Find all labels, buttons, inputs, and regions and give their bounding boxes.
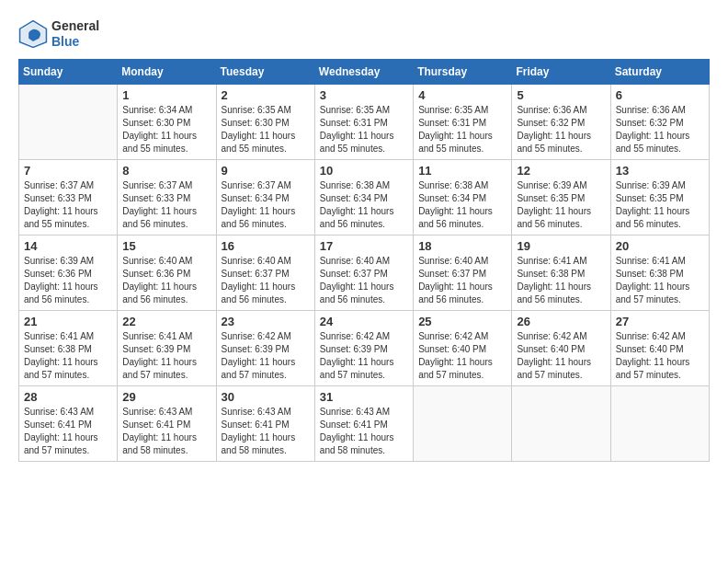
weekday-header-row: SundayMondayTuesdayWednesdayThursdayFrid… — [19, 59, 710, 84]
day-number: 29 — [122, 390, 210, 404]
calendar-cell: 21Sunrise: 6:41 AM Sunset: 6:38 PM Dayli… — [19, 310, 118, 385]
day-number: 11 — [418, 164, 506, 178]
calendar-cell: 8Sunrise: 6:37 AM Sunset: 6:33 PM Daylig… — [118, 159, 216, 235]
calendar-cell: 14Sunrise: 6:39 AM Sunset: 6:36 PM Dayli… — [19, 235, 118, 310]
calendar-cell: 5Sunrise: 6:36 AM Sunset: 6:32 PM Daylig… — [512, 84, 610, 159]
calendar-cell: 19Sunrise: 6:41 AM Sunset: 6:38 PM Dayli… — [512, 235, 610, 310]
day-info: Sunrise: 6:34 AM Sunset: 6:30 PM Dayligh… — [122, 104, 210, 155]
day-info: Sunrise: 6:35 AM Sunset: 6:31 PM Dayligh… — [320, 104, 408, 155]
calendar-week-row: 21Sunrise: 6:41 AM Sunset: 6:38 PM Dayli… — [19, 310, 710, 385]
day-info: Sunrise: 6:42 AM Sunset: 6:40 PM Dayligh… — [418, 330, 506, 382]
day-info: Sunrise: 6:39 AM Sunset: 6:35 PM Dayligh… — [616, 179, 704, 231]
day-number: 21 — [24, 315, 112, 328]
calendar-cell: 9Sunrise: 6:37 AM Sunset: 6:34 PM Daylig… — [216, 159, 314, 235]
calendar-cell: 4Sunrise: 6:35 AM Sunset: 6:31 PM Daylig… — [414, 84, 512, 159]
calendar-cell: 15Sunrise: 6:40 AM Sunset: 6:36 PM Dayli… — [118, 235, 216, 310]
day-number: 3 — [320, 88, 408, 102]
day-number: 25 — [418, 315, 506, 328]
day-number: 16 — [222, 239, 310, 253]
day-number: 23 — [222, 315, 310, 328]
calendar-cell: 29Sunrise: 6:43 AM Sunset: 6:41 PM Dayli… — [118, 385, 216, 461]
day-info: Sunrise: 6:43 AM Sunset: 6:41 PM Dayligh… — [122, 406, 210, 457]
day-number: 6 — [616, 88, 704, 102]
calendar-cell: 10Sunrise: 6:38 AM Sunset: 6:34 PM Dayli… — [314, 159, 413, 235]
day-info: Sunrise: 6:42 AM Sunset: 6:39 PM Dayligh… — [320, 330, 408, 382]
weekday-header-tuesday: Tuesday — [216, 59, 314, 84]
calendar-week-row: 7Sunrise: 6:37 AM Sunset: 6:33 PM Daylig… — [19, 159, 710, 235]
calendar-body: 1Sunrise: 6:34 AM Sunset: 6:30 PM Daylig… — [19, 84, 710, 461]
day-number: 22 — [122, 315, 210, 328]
calendar-cell: 27Sunrise: 6:42 AM Sunset: 6:40 PM Dayli… — [610, 310, 709, 385]
day-info: Sunrise: 6:42 AM Sunset: 6:40 PM Dayligh… — [616, 330, 704, 382]
day-info: Sunrise: 6:41 AM Sunset: 6:38 PM Dayligh… — [616, 255, 704, 306]
calendar-table: SundayMondayTuesdayWednesdayThursdayFrid… — [18, 59, 710, 462]
day-number: 19 — [517, 239, 605, 253]
day-info: Sunrise: 6:41 AM Sunset: 6:38 PM Dayligh… — [517, 255, 605, 306]
calendar-week-row: 14Sunrise: 6:39 AM Sunset: 6:36 PM Dayli… — [19, 235, 710, 310]
calendar-cell: 18Sunrise: 6:40 AM Sunset: 6:37 PM Dayli… — [414, 235, 512, 310]
calendar-cell: 23Sunrise: 6:42 AM Sunset: 6:39 PM Dayli… — [216, 310, 314, 385]
day-number: 5 — [517, 88, 605, 102]
weekday-header-wednesday: Wednesday — [314, 59, 413, 84]
weekday-header-sunday: Sunday — [19, 59, 118, 84]
weekday-header-friday: Friday — [512, 59, 610, 84]
day-number: 15 — [122, 239, 210, 253]
day-info: Sunrise: 6:43 AM Sunset: 6:41 PM Dayligh… — [24, 406, 112, 457]
day-number: 13 — [616, 164, 704, 178]
day-info: Sunrise: 6:35 AM Sunset: 6:31 PM Dayligh… — [418, 104, 506, 155]
day-number: 27 — [616, 315, 704, 328]
day-info: Sunrise: 6:39 AM Sunset: 6:35 PM Dayligh… — [517, 179, 605, 231]
day-number: 24 — [320, 315, 408, 328]
calendar-cell: 3Sunrise: 6:35 AM Sunset: 6:31 PM Daylig… — [314, 84, 413, 159]
calendar-cell — [610, 385, 709, 461]
calendar-week-row: 1Sunrise: 6:34 AM Sunset: 6:30 PM Daylig… — [19, 84, 710, 159]
day-info: Sunrise: 6:40 AM Sunset: 6:36 PM Dayligh… — [122, 255, 210, 306]
day-number: 9 — [222, 164, 310, 178]
calendar-cell: 25Sunrise: 6:42 AM Sunset: 6:40 PM Dayli… — [414, 310, 512, 385]
day-info: Sunrise: 6:36 AM Sunset: 6:32 PM Dayligh… — [517, 104, 605, 155]
page-header: General Blue — [18, 18, 710, 50]
calendar-cell: 6Sunrise: 6:36 AM Sunset: 6:32 PM Daylig… — [610, 84, 709, 159]
day-number: 14 — [24, 239, 112, 253]
logo-line1: General — [51, 18, 99, 34]
weekday-header-thursday: Thursday — [414, 59, 512, 84]
logo: General Blue — [18, 18, 99, 50]
day-info: Sunrise: 6:40 AM Sunset: 6:37 PM Dayligh… — [320, 255, 408, 306]
day-info: Sunrise: 6:35 AM Sunset: 6:30 PM Dayligh… — [222, 104, 310, 155]
calendar-cell: 11Sunrise: 6:38 AM Sunset: 6:34 PM Dayli… — [414, 159, 512, 235]
logo-icon — [18, 19, 48, 49]
logo-line2: Blue — [51, 34, 99, 50]
day-number: 28 — [24, 390, 112, 404]
day-info: Sunrise: 6:43 AM Sunset: 6:41 PM Dayligh… — [320, 406, 408, 457]
day-number: 10 — [320, 164, 408, 178]
calendar-header: SundayMondayTuesdayWednesdayThursdayFrid… — [19, 59, 710, 84]
calendar-cell: 31Sunrise: 6:43 AM Sunset: 6:41 PM Dayli… — [314, 385, 413, 461]
calendar-cell: 12Sunrise: 6:39 AM Sunset: 6:35 PM Dayli… — [512, 159, 610, 235]
calendar-cell: 13Sunrise: 6:39 AM Sunset: 6:35 PM Dayli… — [610, 159, 709, 235]
day-number: 20 — [616, 239, 704, 253]
day-info: Sunrise: 6:38 AM Sunset: 6:34 PM Dayligh… — [320, 179, 408, 231]
day-info: Sunrise: 6:42 AM Sunset: 6:40 PM Dayligh… — [517, 330, 605, 382]
day-number: 26 — [517, 315, 605, 328]
calendar-cell — [414, 385, 512, 461]
day-info: Sunrise: 6:37 AM Sunset: 6:34 PM Dayligh… — [222, 179, 310, 231]
calendar-cell: 1Sunrise: 6:34 AM Sunset: 6:30 PM Daylig… — [118, 84, 216, 159]
day-number: 18 — [418, 239, 506, 253]
day-info: Sunrise: 6:41 AM Sunset: 6:39 PM Dayligh… — [122, 330, 210, 382]
calendar-cell — [19, 84, 118, 159]
day-number: 30 — [222, 390, 310, 404]
day-number: 7 — [24, 164, 112, 178]
calendar-cell: 20Sunrise: 6:41 AM Sunset: 6:38 PM Dayli… — [610, 235, 709, 310]
calendar-cell: 22Sunrise: 6:41 AM Sunset: 6:39 PM Dayli… — [118, 310, 216, 385]
calendar-cell: 16Sunrise: 6:40 AM Sunset: 6:37 PM Dayli… — [216, 235, 314, 310]
calendar-cell: 28Sunrise: 6:43 AM Sunset: 6:41 PM Dayli… — [19, 385, 118, 461]
day-number: 8 — [122, 164, 210, 178]
day-number: 12 — [517, 164, 605, 178]
day-info: Sunrise: 6:37 AM Sunset: 6:33 PM Dayligh… — [24, 179, 112, 231]
day-number: 4 — [418, 88, 506, 102]
day-info: Sunrise: 6:39 AM Sunset: 6:36 PM Dayligh… — [24, 255, 112, 306]
calendar-cell: 24Sunrise: 6:42 AM Sunset: 6:39 PM Dayli… — [314, 310, 413, 385]
calendar-cell: 30Sunrise: 6:43 AM Sunset: 6:41 PM Dayli… — [216, 385, 314, 461]
weekday-header-monday: Monday — [118, 59, 216, 84]
day-number: 2 — [222, 88, 310, 102]
